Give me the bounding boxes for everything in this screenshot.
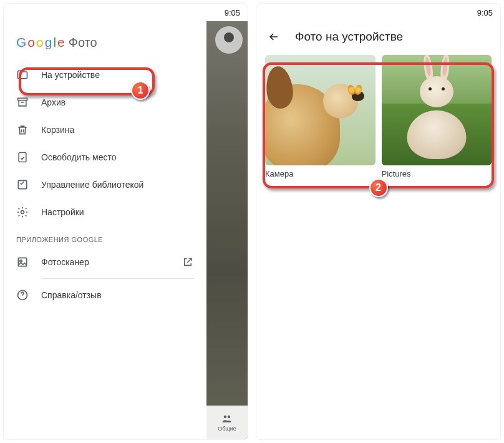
shared-icon: [221, 413, 233, 424]
annotation-badge-1: 1: [131, 81, 150, 100]
divider: [41, 278, 194, 279]
menu-free-space-label: Освободить место: [41, 152, 117, 162]
help-icon: [16, 289, 29, 301]
status-bar: 9:05: [4, 4, 248, 21]
menu-manage-library[interactable]: Управление библиотекой: [4, 171, 206, 198]
menu-on-device[interactable]: На устройстве: [4, 61, 206, 89]
svg-rect-6: [18, 258, 26, 266]
menu-settings-label: Настройки: [41, 207, 84, 217]
screenshot-right: 9:05 Фото на устройстве Камера: [256, 4, 500, 439]
album-pictures[interactable]: Pictures: [382, 55, 492, 178]
menu-on-device-label: На устройстве: [41, 70, 100, 80]
svg-rect-3: [19, 153, 26, 162]
album-pictures-thumbnail: [382, 55, 492, 165]
free-space-icon: [16, 151, 29, 163]
album-camera[interactable]: Камера: [265, 55, 376, 178]
screenshot-left: 9:05 Общие Google Фото На устройстве Арх…: [4, 4, 248, 439]
navigation-drawer: Google Фото На устройстве Архив Корзина: [4, 21, 206, 439]
svg-point-7: [20, 260, 22, 262]
page-title: Фото на устройстве: [295, 30, 403, 44]
svg-rect-2: [18, 98, 27, 100]
menu-trash[interactable]: Корзина: [4, 116, 206, 144]
photoscan-icon: [16, 256, 29, 268]
menu-archive-label: Архив: [41, 97, 65, 107]
svg-point-5: [21, 211, 24, 214]
menu-trash-label: Корзина: [41, 125, 74, 135]
library-icon: [16, 178, 29, 191]
background-photos-grid: [206, 21, 248, 439]
trash-icon: [16, 124, 29, 136]
section-google-apps: Приложения Google: [4, 226, 206, 248]
menu-settings[interactable]: Настройки: [4, 198, 206, 226]
album-camera-label: Камера: [265, 169, 376, 178]
menu-photoscan[interactable]: Фотосканер: [4, 248, 206, 276]
logo-suffix: Фото: [69, 36, 97, 50]
bottom-tab-shared[interactable]: Общие: [206, 406, 248, 439]
svg-point-1: [228, 416, 231, 419]
album-grid: Камера Pictures: [256, 55, 500, 178]
archive-icon: [16, 96, 29, 109]
profile-avatar-icon[interactable]: [224, 32, 234, 42]
menu-help[interactable]: Справка/отзыв: [4, 281, 206, 309]
status-time: 9:05: [477, 8, 493, 17]
svg-point-0: [224, 416, 227, 419]
bottom-tab-shared-label: Общие: [218, 426, 236, 432]
menu-photoscan-label: Фотосканер: [41, 257, 89, 267]
svg-rect-4: [18, 180, 26, 188]
menu-free-space[interactable]: Освободить место: [4, 144, 206, 171]
menu-manage-library-label: Управление библиотекой: [41, 180, 143, 190]
folder-icon: [16, 69, 29, 81]
status-time: 9:05: [225, 8, 240, 17]
back-button[interactable]: [268, 31, 280, 43]
annotation-badge-2: 2: [369, 178, 388, 197]
page-header: Фото на устройстве: [256, 21, 500, 55]
menu-help-label: Справка/отзыв: [41, 290, 102, 300]
album-pictures-label: Pictures: [382, 169, 492, 178]
album-camera-thumbnail: [265, 55, 376, 165]
status-bar: 9:05: [256, 4, 500, 21]
drawer-logo: Google Фото: [4, 27, 206, 61]
external-link-icon: [182, 256, 194, 268]
menu-archive[interactable]: Архив: [4, 89, 206, 116]
gear-icon: [16, 206, 29, 218]
